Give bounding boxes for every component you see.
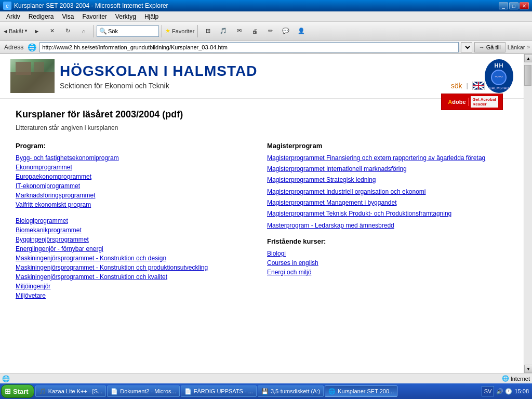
program-link-miljovet[interactable]: Miljövetare — [16, 292, 46, 299]
address-input-container[interactable] — [39, 42, 458, 52]
content-columns: Program: Bygg- och fastighetsekonomiprog… — [16, 142, 508, 308]
magister-link-5[interactable]: Magisterprogrammet Management i byggande… — [267, 199, 396, 206]
clock-display: 15:08 — [514, 388, 529, 394]
stop-button[interactable]: ✕ — [45, 24, 60, 38]
program-link-energi[interactable]: Energiingenjör - förnybar energi — [16, 245, 103, 252]
program-link-maskin2[interactable]: Maskiningenjörsprogrammet - Konstruktion… — [16, 264, 208, 271]
list-item: Masterprogram - Ledarskap med ämnesbredd — [267, 221, 508, 229]
network-icon: 🔊 — [496, 388, 503, 395]
list-item: Biologi — [267, 249, 508, 257]
separator-2 — [162, 25, 162, 37]
menu-verktyg[interactable]: Verktyg — [111, 12, 140, 21]
program-link-miljoing[interactable]: Miljöingenjör — [16, 283, 50, 290]
scroll-thumb[interactable] — [524, 65, 531, 86]
menu-favoriter[interactable]: Favoriter — [78, 12, 111, 21]
left-program-list-2: Biologiprogrammet Biomekanikprogrammet B… — [16, 217, 257, 299]
start-button[interactable]: ⊞ Start — [1, 384, 34, 398]
language-button[interactable]: SV — [482, 386, 495, 396]
browser-toolbar: ◄ Bakåt ▼ ► ✕ ↻ ⌂ 🔍 Sök ★ Favoriter ⊞ 🎵 … — [0, 22, 532, 41]
minimize-button[interactable]: _ — [499, 2, 508, 9]
list-item: Miljöingenjör — [16, 282, 257, 290]
magister-heading: Magisterprogram — [267, 142, 508, 150]
home-button[interactable]: ⌂ — [76, 24, 91, 38]
forward-button[interactable]: ► — [30, 24, 44, 38]
list-item: Ekonomprogrammet — [16, 163, 257, 171]
fristående-link-courses[interactable]: Courses in english — [267, 259, 318, 267]
address-icon: 🌐 — [28, 43, 36, 51]
program-link-biologi[interactable]: Biologiprogrammet — [16, 217, 68, 224]
program-link-biomek[interactable]: Biomekanikprogrammet — [16, 227, 82, 234]
menu-arkiv[interactable]: Arkiv — [2, 12, 24, 21]
menu-visa[interactable]: Visa — [58, 12, 78, 21]
ie-icon: e — [3, 2, 11, 10]
restore-button[interactable]: □ — [509, 2, 518, 9]
edit-button[interactable]: ✏ — [263, 24, 277, 38]
program-link-ekon[interactable]: Ekonomprogrammet — [16, 164, 72, 171]
taskbar-item-dokument[interactable]: 📄 Dokument2 - Micros... — [107, 385, 180, 397]
messenger-button[interactable]: 👤 — [294, 24, 309, 38]
acrobat-reader-label: Reader — [473, 102, 497, 107]
magister-link-7[interactable]: Masterprogram - Ledarskap med ämnesbredd — [267, 222, 394, 229]
magister-link-2[interactable]: Magisterprogrammet Internationell markna… — [267, 165, 407, 172]
list-item: Biomekanikprogrammet — [16, 226, 257, 234]
acrobat-button[interactable]: Adobe Get Acrobat Reader — [441, 94, 503, 110]
kazaa-icon: 🎵 — [39, 388, 46, 395]
discuss-button[interactable]: 💬 — [278, 24, 293, 38]
list-item: Courses in english — [267, 259, 508, 267]
list-item: Maskiningenjörsprogrammet - Konstruktion… — [16, 263, 257, 271]
history-button[interactable]: ⊞ — [201, 24, 215, 38]
menu-hjälp[interactable]: Hjälp — [140, 12, 163, 21]
media-button[interactable]: 🎵 — [216, 24, 231, 38]
menu-redigera[interactable]: Redigera — [24, 12, 58, 21]
sok-link[interactable]: sök — [451, 82, 462, 90]
favorites-button[interactable]: ★ Favoriter — [165, 24, 195, 38]
magister-link-1[interactable]: Magisterprogrammet Finansiering och exte… — [267, 154, 485, 162]
content-area[interactable]: HÖGSKOLAN I HALMSTAD Sektionen för Ekono… — [0, 54, 524, 373]
list-item: Magisterprogrammet Strategisk ledning — [267, 176, 508, 183]
program-link-maskin3[interactable]: Maskiningenjörsprogrammet - Konstruktion… — [16, 273, 167, 281]
separator-pipe: | — [467, 82, 468, 89]
taskbar-item-kazaa[interactable]: 🎵 Kazaa Lite K++ - [S... — [35, 385, 107, 397]
browser-titlebar: e Kursplaner SET 2003-2004 - Microsoft I… — [0, 0, 532, 11]
scroll-up-button[interactable]: ▲ — [524, 54, 532, 62]
address-label: Adress — [2, 44, 25, 51]
address-dropdown[interactable] — [461, 42, 472, 52]
internet-icon: 🌐 — [502, 375, 509, 382]
refresh-button[interactable]: ↻ — [61, 24, 75, 38]
program-link-maskin1[interactable]: Maskiningenjörsprogrammet - Konstruktion… — [16, 255, 166, 262]
taskbar-item-disk[interactable]: 💾 3,5-tumsdiskett (A:) — [258, 385, 324, 397]
program-link-bygging[interactable]: Byggingenjörsprogrammet — [16, 236, 89, 243]
fristående-link-energi[interactable]: Energi och miljö — [267, 269, 311, 276]
taskbar-item-ie[interactable]: 🌐 Kursplaner SET 200... — [325, 385, 397, 397]
word-icon: 📄 — [111, 388, 118, 395]
program-link-valfritt[interactable]: Valfritt ekonomiskt program — [16, 201, 91, 208]
mail-button[interactable]: ✉ — [232, 24, 246, 38]
right-column: Magisterprogram Magisterprogrammet Finan… — [267, 142, 508, 308]
url-input[interactable] — [42, 44, 456, 50]
magister-link-3[interactable]: Magisterprogrammet Strategisk ledning — [267, 176, 376, 183]
links-label: Länkar — [508, 44, 525, 50]
vertical-scrollbar[interactable]: ▲ ▼ — [524, 54, 532, 373]
back-dropdown-icon[interactable]: ▼ — [24, 29, 28, 33]
taskbar-items: 🎵 Kazaa Lite K++ - [S... 📄 Dokument2 - M… — [35, 385, 478, 397]
program-link-bygg[interactable]: Bygg- och fastighetsekonomiprogram — [16, 154, 119, 162]
print-button[interactable]: 🖨 — [247, 24, 262, 38]
close-button[interactable]: ✕ — [520, 2, 529, 9]
scroll-track[interactable] — [524, 62, 532, 365]
building-image — [10, 59, 55, 93]
program-link-europa[interactable]: Europaekonomprogrammet — [16, 173, 91, 180]
scroll-down-button[interactable]: ▼ — [524, 365, 532, 373]
magister-link-6[interactable]: Magisterprogrammet Teknisk Produkt- och … — [267, 210, 451, 217]
go-arrow-icon: → — [479, 44, 485, 50]
taskbar-right: SV 🔊 🕐 15:08 — [480, 386, 531, 396]
fristående-link-biologi[interactable]: Biologi — [267, 250, 286, 257]
english-flag-icon[interactable] — [472, 82, 485, 90]
back-button[interactable]: ◄ Bakåt ▼ — [2, 24, 29, 38]
taskbar-item-fardig[interactable]: 📄 FÄRDIG UPPSATS - ... — [181, 385, 257, 397]
program-link-it[interactable]: IT-ekonomiprogrammet — [16, 182, 80, 190]
main-content: Kursplaner för läsåret 2003/2004 (pdf) L… — [0, 99, 524, 318]
go-button[interactable]: → Gå till — [474, 42, 506, 52]
site-title-area: HÖGSKOLAN I HALMSTAD Sektionen för Ekono… — [55, 63, 485, 90]
program-link-marknads[interactable]: Marknadsföringsprogrammet — [16, 192, 95, 199]
magister-link-4[interactable]: Magisterprogrammet Industriell organisat… — [267, 188, 425, 195]
